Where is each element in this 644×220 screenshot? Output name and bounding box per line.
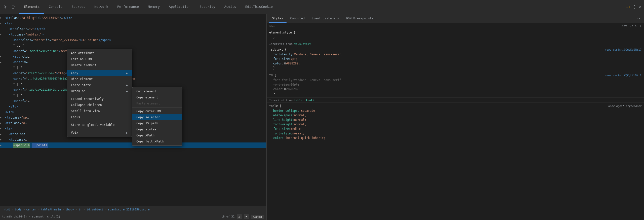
css-property-line: line-height: normal; xyxy=(269,118,641,122)
tab-dom-breakpoints[interactable]: DOM Breakpoints xyxy=(343,14,377,23)
tab-performance[interactable]: Performance xyxy=(113,0,143,14)
breadcrumb-body[interactable]: body xyxy=(13,207,23,212)
tab-memory[interactable]: Memory xyxy=(143,0,164,14)
next-result-button[interactable]: ▼ xyxy=(244,214,249,219)
breadcrumb-sep: > xyxy=(75,208,77,211)
code-line: ▼ <td class="subtext" > xyxy=(0,32,266,37)
breadcrumb-html[interactable]: html xyxy=(2,207,12,212)
submenu-copy-outerhtml[interactable]: Copy outerHTML xyxy=(132,108,182,114)
code-line: ▶ <a href=" ...4c8cd274f75064744c3a245a9… xyxy=(0,76,266,82)
css-property-line: color: -internal-quirk-inherit; xyxy=(269,136,641,140)
select-element-icon[interactable] xyxy=(2,4,9,11)
hov-filter-button[interactable]: :hov xyxy=(619,24,628,28)
submenu-copy-js-path[interactable]: Copy JS path xyxy=(132,120,182,126)
menu-collapse-children[interactable]: Collapse children xyxy=(67,102,132,108)
submenu-copy-element[interactable]: Copy element xyxy=(132,94,182,100)
tab-sources[interactable]: Sources xyxy=(67,0,90,14)
menu-scroll-into-view[interactable]: Scroll into view xyxy=(67,108,132,114)
code-line: ▶ <tr class="athing" id="22115542" > … <… xyxy=(0,15,266,21)
expand-arrow[interactable]: ▼ xyxy=(0,137,3,142)
more-options-button[interactable]: ⋮ xyxy=(632,5,636,9)
breadcrumb-td[interactable]: td.subtext xyxy=(85,207,105,212)
xpath-text: td:nth-child(2) > span:nth-child(1) xyxy=(2,215,60,218)
filter-bar: :hov .cls + xyxy=(267,23,644,29)
menu-separator xyxy=(67,129,132,129)
rule-header: .subtext { news.css?sh…QCgLKu9N:17 xyxy=(269,48,641,51)
menu-expand-recursively[interactable]: Expand recursively xyxy=(67,96,132,102)
menu-break-on[interactable]: Break on ▶ xyxy=(67,88,132,94)
expand-arrow[interactable]: ▶ xyxy=(0,132,3,137)
menu-add-attribute[interactable]: Add attribute xyxy=(67,50,132,56)
more-tabs-button[interactable]: >> xyxy=(635,14,642,23)
close-devtools-button[interactable]: ✕ xyxy=(638,5,641,9)
expand-arrow[interactable]: ▶ xyxy=(0,121,3,126)
rule-source[interactable]: news.css?sh…VQCgLKu9N:2 xyxy=(605,74,641,77)
breadcrumb-tbody[interactable]: tbody xyxy=(64,207,75,212)
tab-security[interactable]: Security xyxy=(195,0,220,14)
menu-focus[interactable]: Focus xyxy=(67,114,132,120)
submenu-copy-selector[interactable]: Copy selector xyxy=(132,114,182,120)
css-property-line: font-size: 7pt; xyxy=(269,57,641,61)
breadcrumb-tr[interactable]: tr xyxy=(77,207,83,212)
tab-event-listeners[interactable]: Event Listeners xyxy=(308,14,342,23)
tab-styles[interactable]: Styles xyxy=(269,14,287,23)
submenu-paste-element[interactable]: Paste element xyxy=(132,100,182,106)
expand-arrow[interactable]: ▼ xyxy=(0,32,3,37)
code-line: ▶ <a href=" item?id=22115542 " > flag </… xyxy=(0,70,266,76)
menu-edit-as-html[interactable]: Edit as HTML xyxy=(67,56,132,62)
prev-result-button[interactable]: ▲ xyxy=(237,214,242,219)
breadcrumb-span[interactable]: span#score_22116356.score xyxy=(106,207,151,212)
device-toggle-icon[interactable] xyxy=(10,4,17,11)
search-bar: td:nth-child(2) > span:nth-child(1) 18 o… xyxy=(0,213,266,220)
css-close-brace: } xyxy=(269,66,641,70)
expand-arrow[interactable]: ▼ xyxy=(0,126,3,131)
element-style-section: element.style { } xyxy=(267,29,644,41)
rule-header: element.style { xyxy=(269,31,641,34)
menu-voix[interactable]: Voix ▶ xyxy=(67,130,132,136)
rule-source[interactable]: news.css?sh…QCgLKu9N:17 xyxy=(605,48,641,51)
expand-arrow[interactable]: ▶ xyxy=(0,60,3,65)
code-line: ▶ <span class="score" id="score_22115542… xyxy=(0,37,266,43)
tab-application[interactable]: Application xyxy=(164,0,195,14)
warning-count: 1 xyxy=(629,5,630,9)
submenu-cut-element[interactable]: Cut element xyxy=(132,88,182,94)
menu-force-state[interactable]: Force state ▶ xyxy=(67,82,132,88)
inherited-from-label: Inherited from td.subtext xyxy=(267,41,644,46)
breadcrumb-sep: > xyxy=(38,208,39,211)
expand-arrow[interactable]: ▶ xyxy=(0,15,3,20)
menu-copy[interactable]: Copy ▶ xyxy=(67,70,132,76)
css-property-line-strikethrough: color: #828282; xyxy=(269,87,641,91)
submenu-copy-styles[interactable]: Copy styles xyxy=(132,126,182,132)
add-style-button[interactable]: + xyxy=(639,24,642,28)
toolbar-right: ⚠ 1 ⋮ ✕ xyxy=(623,0,644,14)
filter-input[interactable] xyxy=(269,25,617,28)
submenu-arrow: ▶ xyxy=(126,131,128,134)
expand-arrow[interactable]: ▶ xyxy=(0,143,3,148)
css-property-line: font-size: medium; xyxy=(269,127,641,131)
expand-arrow[interactable]: ▶ xyxy=(0,54,3,59)
breadcrumb-sep: > xyxy=(84,208,85,211)
breadcrumb-table[interactable]: table#hnmain xyxy=(39,207,62,212)
cancel-search-button[interactable]: Cancel xyxy=(251,215,264,219)
submenu-copy-full-xpath[interactable]: Copy full XPath xyxy=(132,138,182,144)
expand-arrow[interactable]: ▶ xyxy=(0,115,3,120)
css-close-brace: } xyxy=(269,91,641,96)
expand-arrow[interactable]: ▼ xyxy=(0,21,3,26)
tab-audits[interactable]: Audits xyxy=(220,0,241,14)
menu-store-global[interactable]: Store as global variable xyxy=(67,122,132,128)
cls-filter-button[interactable]: .cls xyxy=(629,24,637,28)
tab-network[interactable]: Network xyxy=(90,0,113,14)
menu-delete-element[interactable]: Delete element xyxy=(67,62,132,68)
breadcrumb-center[interactable]: center xyxy=(25,207,38,212)
tab-elements[interactable]: Elements xyxy=(19,0,44,14)
rule-header: td { news.css?sh…VQCgLKu9N:2 xyxy=(269,74,641,77)
css-property-line: font-style: normal; xyxy=(269,131,641,136)
tag: <tr xyxy=(5,15,11,20)
tab-editthiscookie[interactable]: EditThisCookie xyxy=(241,0,277,14)
tab-console[interactable]: Console xyxy=(44,0,67,14)
css-property-line: white-space: normal; xyxy=(269,113,641,118)
tab-computed[interactable]: Computed xyxy=(287,14,308,23)
submenu-copy-xpath[interactable]: Copy XPath xyxy=(132,132,182,138)
code-line: ▼ <tr> xyxy=(0,21,266,26)
menu-hide-element[interactable]: Hide element xyxy=(67,76,132,82)
